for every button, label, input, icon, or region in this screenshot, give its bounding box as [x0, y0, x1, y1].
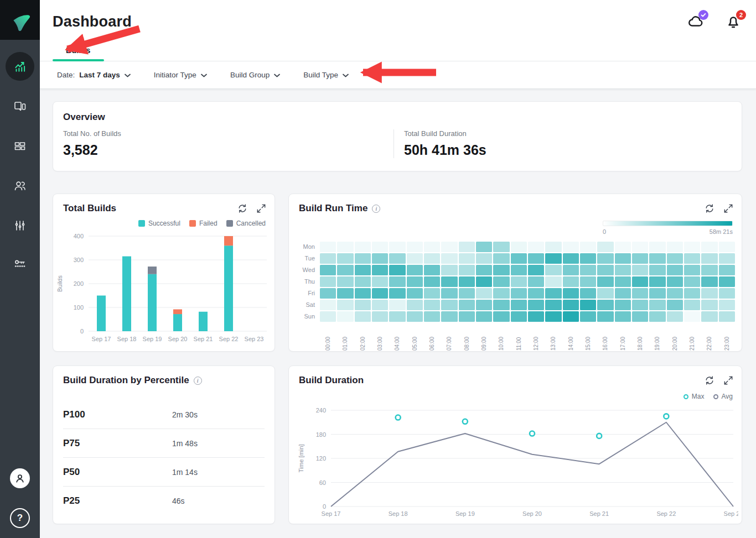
notifications-button[interactable]: 2 [725, 13, 742, 30]
max-point[interactable] [396, 415, 401, 420]
sidebar-item-dashboards[interactable] [13, 139, 27, 153]
heatmap-cell[interactable] [459, 288, 475, 299]
cloud-sync-button[interactable] [687, 13, 704, 30]
heatmap-cell[interactable] [545, 265, 561, 275]
heatmap-cell[interactable] [441, 265, 457, 275]
heatmap-cell[interactable] [649, 265, 665, 275]
heatmap-cell[interactable] [493, 242, 509, 252]
heatmap-cell[interactable] [701, 311, 717, 322]
heatmap-cell[interactable] [372, 276, 388, 287]
heatmap-cell[interactable] [320, 265, 336, 275]
heatmap-cell[interactable] [545, 311, 561, 322]
heatmap-cell[interactable] [649, 242, 665, 252]
heatmap-cell[interactable] [615, 300, 631, 310]
bar-segment-successful[interactable] [97, 296, 106, 332]
heatmap-cell[interactable] [424, 265, 440, 275]
heatmap-cell[interactable] [441, 253, 457, 264]
heatmap-cell[interactable] [563, 288, 579, 299]
heatmap-cell[interactable] [459, 242, 475, 252]
heatmap-cell[interactable] [407, 276, 423, 287]
heatmap-cell[interactable] [701, 288, 717, 299]
heatmap-cell[interactable] [528, 242, 544, 252]
filter-date[interactable]: Date:Last 7 days [57, 71, 131, 79]
heatmap-cell[interactable] [441, 288, 457, 299]
heatmap-cell[interactable] [615, 311, 631, 322]
heatmap-cell[interactable] [407, 242, 423, 252]
heatmap-cell[interactable] [424, 253, 440, 264]
heatmap-cell[interactable] [459, 265, 475, 275]
heatmap-cell[interactable] [476, 242, 492, 252]
heatmap-cell[interactable] [511, 265, 527, 275]
max-point[interactable] [664, 414, 669, 419]
sidebar-item-insights-active[interactable] [6, 52, 34, 81]
heatmap-cell[interactable] [355, 276, 371, 287]
heatmap-cell[interactable] [372, 253, 388, 264]
heatmap-cell[interactable] [511, 253, 527, 264]
heatmap-cell[interactable] [511, 300, 527, 310]
heatmap-cell[interactable] [337, 253, 353, 264]
heatmap-cell[interactable] [684, 265, 700, 275]
heatmap-cell[interactable] [441, 276, 457, 287]
heatmap-cell[interactable] [528, 265, 544, 275]
brand-logo[interactable] [0, 0, 40, 40]
heatmap-cell[interactable] [355, 311, 371, 322]
heatmap-cell[interactable] [441, 311, 457, 322]
heatmap-cell[interactable] [632, 311, 648, 322]
heatmap-cell[interactable] [476, 300, 492, 310]
heatmap-cell[interactable] [597, 242, 613, 252]
heatmap-cell[interactable] [441, 300, 457, 310]
heatmap-cell[interactable] [719, 253, 735, 264]
heatmap-cell[interactable] [545, 276, 561, 287]
heatmap-cell[interactable] [424, 276, 440, 287]
heatmap-cell[interactable] [719, 242, 735, 252]
refresh-button[interactable] [704, 375, 715, 386]
heatmap-cell[interactable] [424, 300, 440, 310]
heatmap-cell[interactable] [320, 276, 336, 287]
heatmap-cell[interactable] [563, 300, 579, 310]
heatmap-cell[interactable] [337, 242, 353, 252]
heatmap-cell[interactable] [597, 300, 613, 310]
heatmap-cell[interactable] [528, 253, 544, 264]
heatmap-cell[interactable] [407, 311, 423, 322]
heatmap-cell[interactable] [563, 276, 579, 287]
heatmap-cell[interactable] [355, 242, 371, 252]
heatmap-cell[interactable] [372, 288, 388, 299]
expand-button[interactable] [723, 375, 734, 386]
heatmap-cell[interactable] [337, 311, 353, 322]
heatmap-cell[interactable] [701, 300, 717, 310]
heatmap-cell[interactable] [545, 242, 561, 252]
heatmap-cell[interactable] [563, 311, 579, 322]
bar-segment-successful[interactable] [173, 314, 182, 331]
filter-build-group[interactable]: Build Group [230, 71, 280, 79]
heatmap-cell[interactable] [649, 300, 665, 310]
bar-segment-cancelled[interactable] [148, 267, 157, 274]
expand-button[interactable] [723, 203, 734, 214]
heatmap-cell[interactable] [615, 288, 631, 299]
heatmap-cell[interactable] [493, 288, 509, 299]
heatmap-cell[interactable] [511, 242, 527, 252]
heatmap-cell[interactable] [528, 300, 544, 310]
heatmap-cell[interactable] [719, 311, 735, 322]
heatmap-cell[interactable] [407, 253, 423, 264]
heatmap-cell[interactable] [320, 300, 336, 310]
heatmap-cell[interactable] [493, 300, 509, 310]
bar-segment-failed[interactable] [173, 309, 182, 314]
heatmap-cell[interactable] [337, 276, 353, 287]
heatmap-cell[interactable] [528, 311, 544, 322]
heatmap-cell[interactable] [389, 276, 405, 287]
expand-button[interactable] [256, 203, 267, 214]
heatmap-cell[interactable] [511, 311, 527, 322]
heatmap-cell[interactable] [407, 265, 423, 275]
refresh-button[interactable] [704, 203, 715, 214]
heatmap-cell[interactable] [493, 276, 509, 287]
bar-segment-successful[interactable] [122, 257, 131, 331]
sidebar-item-users[interactable] [13, 179, 27, 192]
heatmap-cell[interactable] [684, 242, 700, 252]
heatmap-cell[interactable] [615, 253, 631, 264]
filter-build-type[interactable]: Build Type [303, 71, 349, 79]
heatmap-cell[interactable] [372, 242, 388, 252]
sidebar-item-api-keys[interactable] [13, 258, 27, 271]
heatmap-cell[interactable] [597, 311, 613, 322]
heatmap-cell[interactable] [493, 265, 509, 275]
heatmap-cell[interactable] [615, 242, 631, 252]
